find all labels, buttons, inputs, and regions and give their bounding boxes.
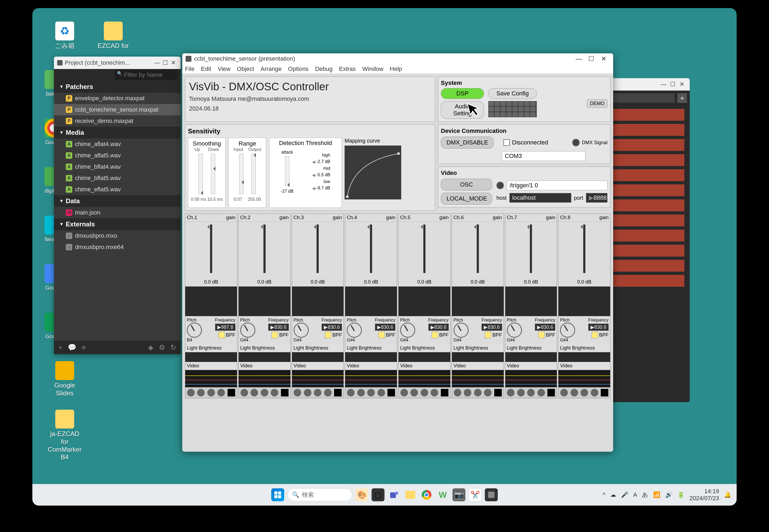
project-titlebar[interactable]: Project (ccbt_tonechim... — ☐ ✕ (54, 57, 181, 69)
tree-item[interactable]: Achime_bflat4.wav (54, 161, 181, 172)
indicator-square[interactable] (227, 389, 235, 396)
bpf-toggle[interactable]: BPF (432, 332, 449, 338)
indicator-square[interactable] (388, 389, 395, 396)
indicator-dot[interactable] (560, 389, 568, 396)
gear-icon[interactable]: ⚙ (159, 343, 165, 352)
indicator-dot[interactable] (250, 389, 258, 396)
menu-window[interactable]: Window (362, 65, 383, 72)
search-box[interactable]: 🔍 検索 (287, 488, 352, 501)
pitch-dial[interactable] (187, 323, 202, 338)
maximize-icon[interactable]: ☐ (585, 55, 598, 63)
indicator-square[interactable] (441, 389, 449, 396)
frequency-value[interactable]: ▶830.6 (322, 324, 342, 331)
indicator-dot[interactable] (187, 389, 195, 396)
taskbar-clock[interactable]: 14:19 2024/07/23 (689, 488, 719, 502)
pitch-dial[interactable] (347, 323, 362, 338)
tray-language-icon[interactable]: A (633, 491, 637, 498)
tree-item[interactable]: Preceive_demo.maxpat (54, 115, 181, 127)
desktop-icon-ja-ezcad[interactable]: ja-EZCAD for ComMarker B4 (46, 410, 84, 461)
tray-notification-icon[interactable]: 🔔 (724, 491, 731, 498)
add-icon[interactable]: + (677, 93, 687, 103)
pitch-dial[interactable] (507, 323, 522, 338)
demo-button[interactable]: DEMO (587, 99, 608, 108)
bpf-toggle[interactable]: BPF (218, 332, 235, 338)
taskbar-app-3[interactable]: W (436, 488, 449, 501)
menu-object[interactable]: Object (237, 65, 254, 72)
bpf-toggle[interactable]: BPF (592, 332, 609, 338)
dsp-button[interactable]: DSP (441, 88, 484, 99)
frequency-value[interactable]: ▶830.6 (588, 324, 609, 331)
tray-battery-icon[interactable]: 🔋 (677, 491, 685, 498)
indicator-dot[interactable] (571, 389, 578, 396)
gain-slider[interactable] (477, 224, 479, 273)
frequency-value[interactable]: ▶830.6 (268, 324, 288, 331)
taskbar-app-2[interactable]: ▢ (371, 488, 384, 501)
menu-edit[interactable]: Edit (201, 65, 211, 72)
tree-item[interactable]: Penvelope_detector.maxpat (54, 93, 181, 104)
tree-section-data[interactable]: Data (54, 195, 181, 207)
bpf-toggle[interactable]: BPF (378, 332, 395, 338)
slider[interactable] (285, 156, 289, 186)
desktop-icon-ezcad[interactable]: EZCAD for (94, 22, 132, 50)
project-panel[interactable]: Project (ccbt_tonechim... — ☐ ✕ 🔍 Patche… (54, 57, 181, 354)
trigger-input[interactable]: /trigger/1 0 (507, 181, 608, 190)
frequency-value[interactable]: ▶830.6 (535, 324, 555, 331)
slider[interactable] (239, 154, 243, 194)
indicator-square[interactable] (494, 389, 502, 396)
indicator-dot[interactable] (347, 389, 354, 396)
indicator-dot[interactable] (537, 389, 545, 396)
save-config-button[interactable]: Save Config (488, 88, 537, 99)
mapping-curve[interactable] (344, 146, 401, 199)
close-icon[interactable]: ✕ (598, 55, 610, 63)
indicator-dot[interactable] (507, 389, 515, 396)
tray-volume-icon[interactable]: 🔊 (665, 491, 673, 498)
bpf-toggle[interactable]: BPF (538, 332, 555, 338)
gain-slider[interactable] (583, 224, 585, 273)
menu-extras[interactable]: Extras (339, 65, 355, 72)
indicator-dot[interactable] (261, 389, 268, 396)
tray-ime-icon[interactable]: あ (642, 491, 648, 499)
indicator-square[interactable] (547, 389, 555, 396)
frequency-value[interactable]: ▶830.6 (429, 324, 449, 331)
indicator-dot[interactable] (431, 389, 438, 396)
gain-slider[interactable] (316, 224, 319, 273)
tray-mic-icon[interactable]: 🎤 (621, 491, 628, 498)
indicator-dot[interactable] (401, 389, 408, 396)
gain-slider[interactable] (423, 224, 426, 273)
bpf-toggle[interactable]: BPF (271, 332, 288, 338)
gain-slider[interactable] (530, 224, 532, 273)
tree-item[interactable]: ○dmxusbpro.mxe64 (54, 241, 181, 253)
desktop-icon-recycle[interactable]: ごみ箱 (46, 22, 84, 50)
grid-widget[interactable] (488, 101, 537, 117)
indicator-dot[interactable] (314, 389, 321, 396)
tree-item[interactable]: Achime_aflat4.wav (54, 139, 181, 150)
indicator-dot[interactable] (411, 389, 418, 396)
tray-chevron-icon[interactable]: ^ (603, 491, 605, 498)
add-icon[interactable]: + (58, 343, 62, 352)
dmx-disable-button[interactable]: DMX_DISABLE (441, 137, 494, 148)
indicator-dot[interactable] (217, 389, 225, 396)
taskbar-snip[interactable]: ✂️ (469, 488, 482, 501)
pitch-dial[interactable] (294, 323, 309, 338)
max-titlebar[interactable]: ccbt_tonechime_sensor (presentation) — ☐… (182, 53, 613, 64)
tree-item[interactable]: Achime_aflat5.wav (54, 150, 181, 161)
tree-item[interactable]: Achime_bflat5.wav (54, 172, 181, 184)
indicator-dot[interactable] (464, 389, 471, 396)
menu-options[interactable]: Options (288, 65, 309, 72)
port-input[interactable]: ▶8888 (586, 193, 608, 203)
list-icon[interactable]: ≡ (82, 343, 86, 352)
pitch-dial[interactable] (454, 323, 469, 338)
taskbar-max[interactable] (485, 488, 498, 501)
tree-item[interactable]: JSmain.json (54, 207, 181, 218)
indicator-dot[interactable] (240, 389, 248, 396)
frequency-value[interactable]: ▶830.6 (375, 324, 395, 331)
frequency-value[interactable]: ▶987.8 (215, 324, 235, 331)
indicator-dot[interactable] (377, 389, 385, 396)
tree-item[interactable]: ○dmxusbpro.mxo (54, 230, 181, 241)
taskbar-chrome[interactable] (420, 488, 433, 501)
tree-section-externals[interactable]: Externals (54, 218, 181, 230)
indicator-dot[interactable] (591, 389, 598, 396)
slider[interactable] (211, 154, 215, 194)
indicator-dot[interactable] (454, 389, 461, 396)
menu-file[interactable]: File (185, 65, 194, 72)
